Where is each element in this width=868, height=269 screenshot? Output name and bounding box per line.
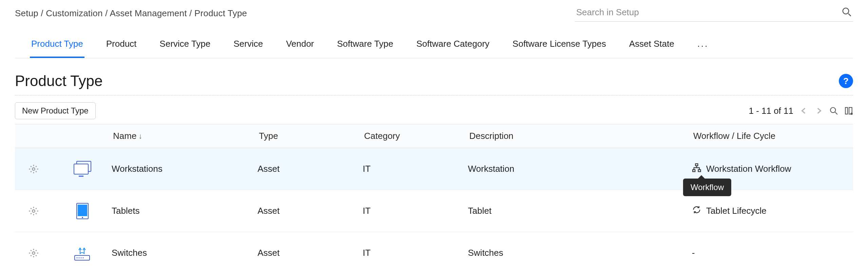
col-name[interactable]: Name↓: [112, 131, 258, 141]
tab-product-type[interactable]: Product Type: [30, 33, 84, 58]
tab-service-type[interactable]: Service Type: [158, 33, 212, 58]
row-settings-button[interactable]: [15, 248, 52, 258]
tab-service[interactable]: Service: [232, 33, 264, 58]
svg-point-22: [80, 257, 81, 258]
svg-point-17: [82, 217, 83, 218]
cell-name: Workstations: [112, 164, 258, 174]
svg-point-20: [76, 257, 77, 258]
svg-point-21: [78, 257, 79, 258]
table-row[interactable]: Switches Asset IT Switches -: [15, 232, 853, 269]
col-category[interactable]: Category: [363, 131, 468, 141]
workflow-icon: [692, 163, 701, 175]
cell-description: Workstation: [468, 164, 692, 174]
tab-software-category[interactable]: Software Category: [415, 33, 491, 58]
table-row[interactable]: Workstations Asset IT Workstation Workst…: [15, 148, 853, 190]
tab-asset-state[interactable]: Asset State: [628, 33, 676, 58]
search-list-button[interactable]: [829, 106, 838, 115]
cell-name: Tablets: [112, 206, 258, 216]
new-product-type-button[interactable]: New Product Type: [15, 102, 96, 119]
svg-point-7: [32, 168, 35, 170]
cell-workflow[interactable]: Tablet Lifecycle: [692, 205, 855, 217]
cell-description: Switches: [468, 248, 692, 258]
breadcrumb[interactable]: Setup / Customization / Asset Management…: [15, 8, 247, 19]
svg-point-0: [843, 8, 849, 14]
search-field[interactable]: [575, 5, 853, 22]
svg-rect-12: [693, 170, 695, 172]
svg-rect-11: [696, 164, 698, 166]
table-row[interactable]: Tablets Asset IT Tablet Tablet Lifecycle: [15, 190, 853, 232]
tab-more[interactable]: ...: [696, 33, 710, 58]
tab-software-license-types[interactable]: Software License Types: [511, 33, 607, 58]
cell-type: Asset: [258, 206, 363, 216]
svg-point-23: [82, 257, 83, 258]
row-settings-button[interactable]: [15, 206, 52, 216]
svg-rect-16: [78, 205, 87, 216]
svg-point-6: [850, 112, 853, 115]
workstation-icon: [52, 160, 112, 178]
cell-workflow[interactable]: Workstation Workflow Workflow: [692, 163, 855, 175]
workflow-label: -: [692, 248, 695, 258]
page-title: Product Type: [15, 73, 102, 89]
svg-point-2: [830, 107, 835, 112]
workflow-label: Tablet Lifecycle: [706, 206, 767, 216]
prev-page-button[interactable]: [799, 106, 808, 115]
cell-type: Asset: [258, 248, 363, 258]
svg-point-14: [32, 210, 35, 212]
svg-rect-9: [74, 164, 88, 174]
tablet-icon: [52, 202, 112, 220]
tabs-bar: Product Type Product Service Type Servic…: [15, 33, 853, 58]
tab-software-type[interactable]: Software Type: [336, 33, 395, 58]
pager: 1 - 11 of 11: [749, 106, 853, 116]
cell-category: IT: [363, 248, 468, 258]
search-icon[interactable]: [842, 7, 852, 18]
svg-point-18: [32, 252, 35, 254]
cell-category: IT: [363, 206, 468, 216]
divider: [15, 95, 853, 96]
help-button[interactable]: ?: [839, 74, 853, 88]
product-type-table: Name↓ Type Category Description Workflow…: [15, 124, 853, 269]
cell-description: Tablet: [468, 206, 692, 216]
tab-product[interactable]: Product: [105, 33, 138, 58]
svg-rect-4: [845, 107, 848, 114]
switch-icon: [52, 244, 112, 262]
pager-range: 1 - 11 of 11: [749, 106, 793, 116]
cell-name: Switches: [112, 248, 258, 258]
svg-line-1: [848, 14, 851, 16]
table-header: Name↓ Type Category Description Workflow…: [15, 124, 853, 148]
cell-type: Asset: [258, 164, 363, 174]
workflow-label: Workstation Workflow: [706, 164, 791, 174]
next-page-button[interactable]: [814, 106, 823, 115]
col-workflow[interactable]: Workflow / Life Cycle: [692, 131, 855, 141]
column-settings-button[interactable]: [844, 106, 853, 115]
sort-down-icon: ↓: [138, 132, 142, 141]
lifecycle-icon: [692, 205, 701, 217]
col-description[interactable]: Description: [468, 131, 692, 141]
search-input[interactable]: [576, 7, 842, 18]
tooltip-workflow: Workflow: [683, 179, 731, 196]
cell-workflow[interactable]: -: [692, 248, 855, 258]
row-settings-button[interactable]: [15, 164, 52, 174]
col-type[interactable]: Type: [258, 131, 363, 141]
svg-rect-13: [698, 170, 701, 172]
tab-vendor[interactable]: Vendor: [285, 33, 315, 58]
cell-category: IT: [363, 164, 468, 174]
svg-line-3: [835, 112, 837, 115]
